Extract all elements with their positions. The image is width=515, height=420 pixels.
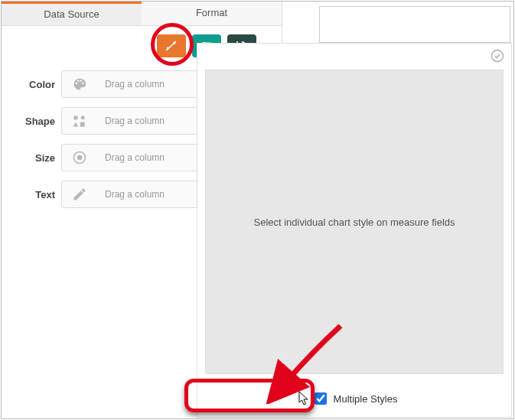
chart-canvas [319,6,510,43]
svg-rect-5 [74,116,78,119]
shapes-icon [67,113,93,129]
palette-icon [67,77,93,92]
pencil-icon [67,187,93,202]
label-text: Text [2,189,61,200]
label-shape: Shape [2,116,61,127]
drop-size-placeholder: Drag a column [105,152,165,163]
size-icon [67,150,93,165]
label-color: Color [2,79,61,90]
drop-color-placeholder: Drag a column [105,79,165,90]
tab-format[interactable]: Format [142,2,282,25]
svg-point-9 [77,155,83,161]
close-popover-button[interactable] [490,48,505,63]
svg-point-10 [492,50,504,62]
scatter-control-icon [165,39,178,53]
tab-data-source[interactable]: Data Source [2,2,142,25]
scatter-style-button[interactable] [157,34,186,57]
label-size: Size [2,152,61,164]
check-circle-icon [490,48,505,63]
chart-style-popover: Select individual chart style on measure… [197,43,512,418]
panel-tabs: Data Source Format [2,2,282,26]
style-empty-message: Select individual chart style on measure… [253,217,455,228]
multiple-styles-checkbox[interactable] [315,392,327,405]
drop-shape-placeholder: Drag a column [105,116,165,126]
svg-rect-7 [80,122,85,127]
drop-text-placeholder: Drag a column [105,189,165,200]
multiple-styles-label[interactable]: Multiple Styles [334,393,398,405]
svg-point-6 [81,116,85,119]
style-preview-area: Select individual chart style on measure… [205,70,504,374]
popover-footer: Multiple Styles [197,380,511,417]
